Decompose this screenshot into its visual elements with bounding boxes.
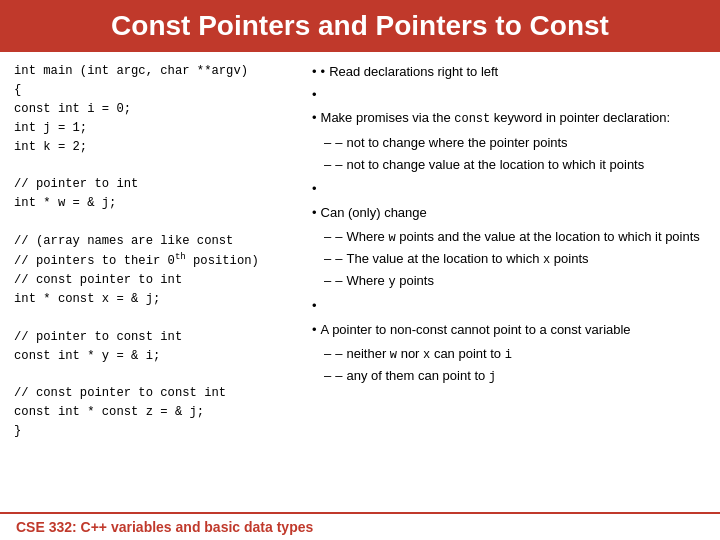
bullet-4-sublist: –neither w nor x can point to i –any of … [312, 344, 706, 388]
bullet-3-sublist: –Where w points and the value at the loc… [312, 227, 706, 293]
code-panel: int main (int argc, char **argv) { const… [14, 62, 294, 508]
code-block: int main (int argc, char **argv) { const… [14, 62, 294, 441]
code-line-blank2 [14, 213, 294, 232]
code-line-10: // (array names are like const [14, 232, 294, 251]
code-line-blank4 [14, 366, 294, 385]
bullet-1: • Read declarations right to left [312, 62, 706, 82]
code-line-8: int * w = & j; [14, 194, 294, 213]
sub-2-1: –not to change where the pointer points [324, 133, 706, 153]
code-line-1: int main (int argc, char **argv) [14, 62, 294, 81]
code-line-2: { [14, 81, 294, 100]
code-line-19: const int * const z = & j; [14, 403, 294, 422]
bullet-2: • Make promises via the const keyword in… [312, 85, 706, 177]
bullet-3-text: Can (only) change [321, 203, 427, 223]
bullet-list: • Read declarations right to left • Make… [312, 62, 706, 388]
code-line-7: // pointer to int [14, 175, 294, 194]
code-line-4: int j = 1; [14, 119, 294, 138]
slide-title: Const Pointers and Pointers to Const [0, 0, 720, 52]
code-line-13: int * const x = & j; [14, 290, 294, 309]
slide: Const Pointers and Pointers to Const int… [0, 0, 720, 540]
const-keyword: const [454, 112, 490, 126]
code-line-blank3 [14, 309, 294, 328]
bullet-4: • A pointer to non-const cannot point to… [312, 296, 706, 388]
bullet-1-icon: • [321, 62, 326, 82]
footer: CSE 332: C++ variables and basic data ty… [0, 512, 720, 540]
content-area: int main (int argc, char **argv) { const… [0, 52, 720, 512]
bullet-3-icon: • [312, 203, 317, 223]
bullet-1-text: Read declarations right to left [329, 62, 498, 82]
bullets-panel: • Read declarations right to left • Make… [312, 62, 706, 508]
sub-2-2: –not to change value at the location to … [324, 155, 706, 175]
code-line-blank1 [14, 157, 294, 176]
code-line-3: const int i = 0; [14, 100, 294, 119]
bullet-2-text: Make promises via the const keyword in p… [321, 108, 671, 128]
sub-4-1: –neither w nor x can point to i [324, 344, 706, 364]
code-line-11: // pointers to their 0th position) [14, 251, 294, 271]
bullet-2-icon: • [312, 108, 317, 128]
bullet-2-sublist: –not to change where the pointer points … [312, 133, 706, 176]
sub-3-1: –Where w points and the value at the loc… [324, 227, 706, 247]
code-line-16: const int * y = & i; [14, 347, 294, 366]
bullet-4-text: A pointer to non-const cannot point to a… [321, 320, 631, 340]
code-line-20: } [14, 422, 294, 441]
sub-4-2: –any of them can point to j [324, 366, 706, 386]
bullet-4-icon: • [312, 320, 317, 340]
code-line-5: int k = 2; [14, 138, 294, 157]
sub-3-3: –Where y points [324, 271, 706, 291]
sub-3-2: –The value at the location to which x po… [324, 249, 706, 269]
code-line-12: // const pointer to int [14, 271, 294, 290]
code-line-18: // const pointer to const int [14, 384, 294, 403]
code-line-15: // pointer to const int [14, 328, 294, 347]
bullet-3: • Can (only) change –Where w points and … [312, 179, 706, 293]
